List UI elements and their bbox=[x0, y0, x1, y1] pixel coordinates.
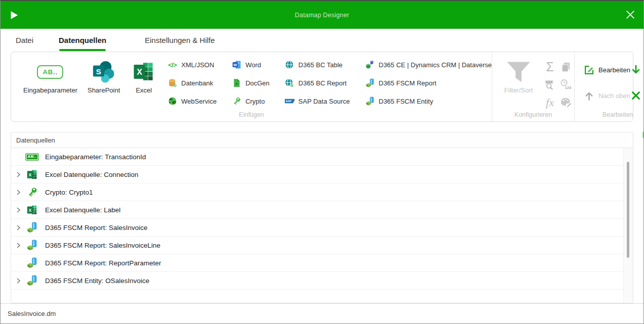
row-label: D365 FSCM Entity: OSalesInvoice bbox=[45, 277, 149, 285]
sharepoint-label: SharePoint bbox=[88, 86, 120, 94]
row-label: Crypto: Crypto1 bbox=[45, 189, 93, 196]
search-data-icon[interactable] bbox=[544, 79, 555, 90]
d365-fscm-entity-icon bbox=[365, 97, 375, 106]
close-icon[interactable] bbox=[625, 10, 635, 20]
svg-text:S: S bbox=[96, 67, 101, 76]
statusbar: SalesInvoice.dm bbox=[1, 303, 643, 323]
crypto-button[interactable]: Crypto bbox=[232, 96, 270, 106]
filter-icon bbox=[505, 60, 532, 84]
excel-icon: X bbox=[26, 204, 38, 216]
eingabeparameter-button[interactable]: AB.. Eingabeparameter bbox=[23, 57, 77, 102]
svg-text:W: W bbox=[233, 63, 237, 67]
excel-label: Excel bbox=[136, 86, 152, 94]
copy-pages-icon[interactable] bbox=[561, 62, 572, 73]
d365-bc-report-button[interactable]: D365 BC Report bbox=[285, 78, 350, 88]
d365-fscm-icon bbox=[26, 257, 38, 269]
docgen-button[interactable]: DocGen bbox=[232, 78, 270, 88]
datenbank-button[interactable]: Datenbank bbox=[167, 78, 217, 88]
excel-icon: X bbox=[133, 61, 154, 82]
list-row-fscm-reportparameter[interactable]: D365 FSCM Report: ReportParameter bbox=[11, 254, 623, 272]
d365-fscm-icon bbox=[26, 222, 38, 234]
list-row-excel-connection[interactable]: X Excel Datenquelle: Connection bbox=[11, 166, 623, 183]
ribbon: AB.. Eingabeparameter S SharePoint bbox=[11, 52, 633, 122]
expand-chevron-icon[interactable] bbox=[15, 277, 22, 284]
edit-button[interactable]: Bearbeiten bbox=[598, 66, 630, 74]
expand-chevron-icon[interactable] bbox=[15, 224, 22, 231]
d365-ce-button[interactable]: D365 CE | Dynamics CRM | Dataverse bbox=[365, 60, 492, 70]
row-label: Excel Datenquelle: Label bbox=[45, 206, 120, 214]
eingabeparameter-badge-icon: AB.. bbox=[37, 65, 63, 79]
crypto-label: Crypto bbox=[245, 98, 265, 105]
webservice-label: WebService bbox=[181, 98, 217, 105]
edit-pencil-icon[interactable] bbox=[584, 65, 594, 75]
webservice-button[interactable]: WebService bbox=[167, 96, 217, 106]
database-icon bbox=[167, 78, 177, 88]
crypto-key-icon bbox=[26, 187, 38, 198]
d365-fscm-report-icon bbox=[365, 78, 375, 88]
expand-chevron-icon[interactable] bbox=[15, 171, 22, 178]
row-label: Eingabeparameter: TransactionId bbox=[45, 153, 146, 161]
group-label-konfigurieren: Konfigurieren bbox=[492, 111, 574, 118]
format-palette-icon[interactable] bbox=[560, 97, 572, 108]
move-down-icon[interactable] bbox=[630, 64, 641, 75]
svg-text:SAP: SAP bbox=[285, 100, 291, 103]
list-header: Datenquellen bbox=[11, 132, 633, 148]
xml-json-icon: </> bbox=[167, 60, 177, 70]
tab-datenquellen[interactable]: Datenquellen bbox=[59, 29, 106, 52]
list-row-crypto-crypto1[interactable]: Crypto: Crypto1 bbox=[11, 183, 623, 201]
list-row-fscm-salesinvoiceline[interactable]: D365 FSCM Report: SalesInvoiceLine bbox=[11, 237, 623, 254]
number-format-icon[interactable]: 123 bbox=[560, 79, 572, 90]
d365-ce-icon bbox=[365, 60, 375, 70]
svg-text:X: X bbox=[137, 68, 143, 76]
svg-text:X: X bbox=[28, 208, 31, 213]
d365-fscm-report-button[interactable]: D365 FSCM Report bbox=[365, 78, 492, 88]
current-filename: SalesInvoice.dm bbox=[8, 310, 56, 317]
move-up-icon[interactable] bbox=[584, 90, 594, 101]
word-label: Word bbox=[245, 61, 261, 69]
list-row-fscm-salesinvoice[interactable]: D365 FSCM Report: SalesInvoice bbox=[11, 219, 623, 237]
xml-json-button[interactable]: </> XML/JSON bbox=[167, 60, 217, 70]
row-label: D365 FSCM Report: SalesInvoice bbox=[45, 224, 148, 232]
list-row-excel-label[interactable]: X Excel Datenquelle: Label bbox=[11, 201, 623, 219]
list-row-eingabeparameter-transactionid[interactable]: AB.. Eingabeparameter: TransactionId bbox=[11, 148, 623, 166]
d365-fscm-report-label: D365 FSCM Report bbox=[379, 79, 437, 87]
sum-icon[interactable]: Σ bbox=[546, 61, 553, 73]
word-button[interactable]: W Word bbox=[232, 60, 270, 70]
function-icon[interactable]: fx bbox=[546, 97, 554, 108]
d365-bc-table-icon bbox=[285, 60, 294, 70]
list-row-fscm-entity-osalesinvoice[interactable]: D365 FSCM Entity: OSalesInvoice bbox=[11, 272, 623, 290]
window-title: Datamap Designer bbox=[1, 12, 643, 19]
eingabeparameter-badge-icon: AB.. bbox=[26, 151, 38, 163]
eingabeparameter-label: Eingabeparameter bbox=[23, 86, 77, 94]
sharepoint-button[interactable]: S SharePoint bbox=[88, 57, 120, 102]
tab-einstellungen-hilfe[interactable]: Einstellungen & Hilfe bbox=[145, 29, 214, 52]
expand-chevron-icon[interactable] bbox=[15, 189, 22, 196]
titlebar: Datamap Designer bbox=[1, 1, 643, 29]
tab-datei[interactable]: Datei bbox=[16, 29, 33, 52]
row-label: Excel Datenquelle: Connection bbox=[45, 171, 139, 178]
tabbar: Datei Datenquellen Einstellungen & Hilfe bbox=[1, 29, 643, 52]
expand-chevron-icon[interactable] bbox=[15, 242, 22, 249]
expand-chevron-icon[interactable] bbox=[15, 207, 22, 213]
move-up-button[interactable]: Nach oben bbox=[598, 92, 630, 100]
globe-icon bbox=[167, 97, 177, 106]
filter-sort-button[interactable]: Filter/Sort bbox=[497, 57, 540, 102]
excel-button[interactable]: X Excel bbox=[133, 57, 154, 102]
d365-bc-report-label: D365 BC Report bbox=[298, 79, 347, 87]
d365-bc-table-button[interactable]: D365 BC Table bbox=[285, 60, 350, 70]
datamap-designer-window: Datamap Designer Datei Datenquellen Eins… bbox=[0, 0, 644, 324]
row-label: D365 FSCM Report: SalesInvoiceLine bbox=[45, 242, 160, 249]
row-label: D365 FSCM Report: ReportParameter bbox=[45, 259, 161, 267]
scrollbar-track[interactable] bbox=[623, 148, 633, 303]
docgen-label: DocGen bbox=[245, 79, 270, 87]
ribbon-group-konfigurieren: Filter/Sort Σ 123 bbox=[492, 52, 574, 121]
xml-json-label: XML/JSON bbox=[181, 61, 214, 69]
scrollbar-thumb[interactable] bbox=[627, 162, 629, 258]
sap-data-source-button[interactable]: SAP SAP Data Source bbox=[285, 96, 350, 106]
group-label-bearbeiten: Bearbeiten bbox=[575, 111, 644, 118]
datenbank-label: Datenbank bbox=[181, 79, 213, 87]
sap-icon: SAP bbox=[285, 97, 294, 106]
d365-fscm-entity-button[interactable]: D365 FSCM Entity bbox=[365, 96, 492, 106]
duplicate-icon[interactable] bbox=[642, 127, 644, 140]
delete-icon[interactable] bbox=[630, 90, 641, 101]
